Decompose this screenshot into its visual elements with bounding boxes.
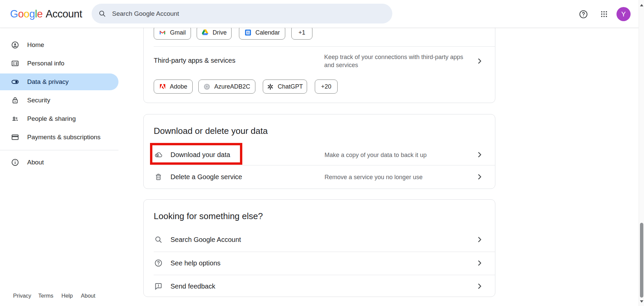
apps-grid-icon (600, 10, 608, 18)
chip-label: +1 (298, 29, 305, 36)
chevron-right-icon[interactable] (476, 283, 483, 290)
help-icon (154, 259, 162, 267)
logo-letter: e (37, 8, 43, 20)
description-line: and services (324, 61, 463, 69)
chevron-right-icon[interactable] (476, 57, 483, 65)
chip-azureadb2c[interactable]: AzureADB2C (198, 80, 255, 94)
download-delete-title: Download or delete your data (154, 126, 268, 136)
third-party-row-description: Keep track of your connections with thir… (324, 53, 463, 69)
search-icon (154, 236, 162, 244)
search-placeholder: Search Google Account (112, 10, 179, 17)
sidebar-divider (0, 150, 118, 150)
footer-link-about[interactable]: About (81, 293, 95, 299)
delete-service-icon (154, 173, 162, 181)
row-divider (154, 165, 495, 165)
chevron-right-icon[interactable] (476, 173, 483, 181)
sidebar-item-label: Payments & subscriptions (27, 134, 101, 141)
chip-label: Gmail (170, 29, 186, 36)
logo-product-name: Account (46, 8, 82, 20)
sidebar-item-label: Data & privacy (27, 78, 69, 86)
chip-label: Calendar (255, 29, 280, 36)
footer-link-help[interactable]: Help (61, 293, 73, 299)
delete-service-label[interactable]: Delete a Google service (170, 173, 242, 181)
row-divider (154, 252, 495, 252)
adobe-icon (159, 83, 166, 90)
card-section-divider (154, 46, 495, 47)
logo-letter: G (10, 8, 18, 20)
sidebar-item-payments[interactable]: Payments & subscriptions (0, 129, 118, 146)
credit-card-icon (11, 133, 19, 141)
logo-letter: g (29, 8, 35, 20)
chip-label: Drive (212, 29, 227, 36)
feedback-icon (154, 282, 162, 290)
account-avatar[interactable]: Y (616, 7, 631, 21)
chip-label: AzureADB2C (214, 83, 250, 90)
logo-letter: o (18, 8, 24, 20)
help-icon (579, 10, 588, 19)
search-icon (98, 10, 106, 17)
description-line: Keep track of your connections with thir… (324, 53, 463, 61)
chevron-right-icon[interactable] (476, 236, 483, 243)
personal-info-icon (11, 59, 19, 67)
chip-label: ChatGPT (278, 83, 303, 90)
third-party-row-label[interactable]: Third-party apps & services (154, 57, 235, 64)
google-apps-button[interactable] (597, 7, 611, 21)
chip-label: +20 (321, 83, 332, 90)
footer-link-terms[interactable]: Terms (38, 293, 53, 299)
sidebar-item-label: Home (27, 41, 44, 49)
avatar-letter: Y (621, 10, 626, 18)
chip-label: Adobe (170, 83, 187, 90)
scrollbar-thumb[interactable] (640, 223, 643, 298)
sidebar-item-people-sharing[interactable]: People & sharing (0, 110, 118, 127)
home-icon (11, 41, 19, 49)
google-account-logo[interactable]: Google Account (10, 0, 82, 28)
scrollbar-up-arrow[interactable] (640, 4, 643, 6)
azureadb2c-icon (203, 83, 210, 90)
sidebar-item-personal-info[interactable]: Personal info (0, 55, 118, 72)
help-button[interactable] (577, 7, 590, 21)
chip-more-services[interactable]: +20 (315, 80, 338, 94)
people-icon (11, 115, 19, 123)
chip-adobe[interactable]: Adobe (154, 80, 193, 94)
svg-text:31: 31 (246, 31, 250, 34)
logo-letter: o (23, 8, 29, 20)
footer-link-privacy[interactable]: Privacy (13, 293, 31, 299)
download-data-icon (154, 151, 162, 159)
something-else-title: Looking for something else? (154, 211, 263, 221)
vertical-scrollbar[interactable] (639, 0, 644, 306)
drive-icon (201, 29, 209, 36)
row-divider (154, 275, 495, 275)
chip-chatgpt[interactable]: ChatGPT (263, 80, 307, 94)
sidebar-item-label: Personal info (27, 60, 64, 67)
sidebar-item-home[interactable]: Home (0, 37, 118, 53)
download-data-description: Make a copy of your data to back it up (325, 151, 427, 159)
sidebar-item-label: People & sharing (27, 115, 76, 122)
see-help-options-label[interactable]: See help options (170, 259, 220, 267)
sidebar-item-data-privacy[interactable]: Data & privacy (0, 73, 118, 90)
gmail-icon (159, 29, 166, 36)
sidebar-item-about[interactable]: About (0, 154, 118, 171)
sidebar-item-label: Security (27, 97, 50, 104)
lock-icon (11, 96, 19, 104)
chatgpt-icon (267, 83, 274, 90)
account-search-input[interactable]: Search Google Account (92, 4, 392, 23)
download-data-label[interactable]: Download your data (170, 151, 230, 159)
delete-service-description: Remove a service you no longer use (325, 173, 423, 181)
info-icon (11, 158, 19, 166)
data-privacy-toggle-icon (11, 78, 19, 86)
calendar-icon: 31 (244, 29, 252, 36)
search-account-label[interactable]: Search Google Account (170, 236, 241, 244)
send-feedback-label[interactable]: Send feedback (170, 283, 215, 290)
scrollbar-down-arrow[interactable] (640, 300, 643, 303)
top-app-bar: Google Account Search Google Account Y (0, 0, 639, 28)
chevron-right-icon[interactable] (476, 151, 483, 158)
sidebar-item-label: About (27, 159, 44, 166)
sidebar-item-security[interactable]: Security (0, 92, 118, 109)
chevron-right-icon[interactable] (476, 259, 483, 267)
